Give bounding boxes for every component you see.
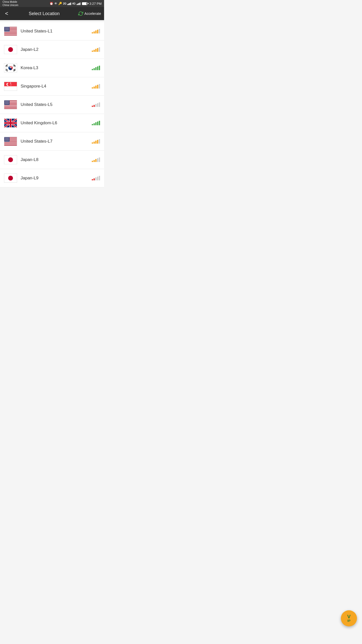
svg-rect-128 bbox=[4, 145, 17, 146]
svg-rect-80 bbox=[4, 108, 17, 108]
list-item[interactable]: Singapore-L4 bbox=[0, 77, 104, 96]
svg-point-34 bbox=[6, 30, 6, 31]
list-item[interactable]: Japan-L8 bbox=[0, 151, 104, 169]
svg-point-102 bbox=[6, 104, 6, 104]
flag-icon bbox=[4, 137, 17, 146]
refresh-icon bbox=[78, 11, 83, 16]
svg-point-139 bbox=[5, 139, 5, 139]
back-button[interactable]: < bbox=[3, 8, 10, 19]
svg-point-23 bbox=[8, 28, 9, 29]
svg-point-105 bbox=[9, 104, 9, 104]
svg-point-132 bbox=[7, 138, 7, 138]
svg-point-141 bbox=[7, 139, 7, 139]
flag-icon bbox=[4, 174, 17, 183]
carrier2-label: China Unicom bbox=[3, 4, 18, 7]
svg-point-101 bbox=[5, 104, 5, 104]
alarm-icon: ⏰ bbox=[50, 2, 53, 5]
carrier1-label: China Mobile bbox=[3, 0, 18, 4]
svg-point-37 bbox=[9, 30, 9, 31]
signal-bars bbox=[92, 102, 100, 107]
svg-point-97 bbox=[5, 103, 6, 103]
svg-rect-114 bbox=[4, 122, 17, 124]
svg-point-25 bbox=[6, 29, 6, 29]
list-item[interactable]: United States-L7 bbox=[0, 132, 104, 151]
svg-point-156 bbox=[8, 176, 13, 180]
header-navbar: < Select Location Accelerate bbox=[0, 7, 104, 20]
list-item[interactable]: United States-L5 bbox=[0, 96, 104, 114]
svg-point-144 bbox=[5, 140, 6, 140]
signal-bars bbox=[92, 66, 100, 70]
svg-point-22 bbox=[7, 28, 8, 29]
svg-point-94 bbox=[7, 102, 7, 103]
svg-rect-127 bbox=[4, 144, 17, 145]
signal-bars bbox=[92, 29, 100, 33]
eye-icon: 👁 bbox=[54, 2, 57, 5]
list-item[interactable]: Japan-L2 bbox=[0, 41, 104, 59]
svg-rect-123 bbox=[4, 142, 17, 142]
svg-point-31 bbox=[7, 29, 8, 30]
svg-point-104 bbox=[8, 104, 8, 104]
svg-point-39 bbox=[8, 47, 13, 52]
time-label: 3:27 PM bbox=[89, 2, 102, 6]
svg-point-24 bbox=[5, 29, 5, 29]
svg-point-30 bbox=[6, 29, 7, 30]
svg-rect-12 bbox=[4, 34, 17, 35]
accelerate-button[interactable]: Accelerate bbox=[78, 11, 101, 16]
svg-point-20 bbox=[5, 28, 6, 29]
svg-point-84 bbox=[6, 101, 6, 101]
svg-rect-8 bbox=[4, 31, 17, 32]
signal-bars bbox=[92, 47, 100, 52]
svg-point-150 bbox=[7, 140, 7, 141]
flag-icon bbox=[4, 155, 17, 164]
signal-2g bbox=[67, 2, 71, 5]
flag-icon bbox=[4, 100, 17, 109]
svg-point-33 bbox=[5, 30, 5, 31]
list-item[interactable]: United States-L1 bbox=[0, 22, 104, 41]
list-item[interactable]: Japan-L9 bbox=[0, 169, 104, 187]
key-icon: 🔑 bbox=[58, 2, 62, 5]
location-name: Japan-L8 bbox=[21, 157, 92, 162]
flag-icon bbox=[4, 45, 17, 54]
svg-point-100 bbox=[8, 103, 9, 103]
svg-point-35 bbox=[7, 30, 7, 31]
svg-point-142 bbox=[8, 139, 8, 139]
svg-point-86 bbox=[8, 101, 8, 101]
svg-rect-126 bbox=[4, 144, 17, 144]
svg-rect-76 bbox=[4, 105, 17, 106]
location-name: Korea-L3 bbox=[21, 65, 92, 70]
svg-point-154 bbox=[8, 157, 13, 162]
svg-point-131 bbox=[6, 138, 6, 138]
signal-bars bbox=[92, 157, 100, 162]
svg-rect-59 bbox=[4, 82, 17, 86]
location-name: Japan-L2 bbox=[21, 47, 92, 52]
svg-rect-13 bbox=[4, 35, 17, 36]
page-title: Select Location bbox=[29, 11, 60, 16]
svg-point-96 bbox=[9, 102, 9, 103]
svg-point-28 bbox=[9, 29, 9, 29]
svg-point-85 bbox=[7, 101, 7, 101]
flag-icon bbox=[4, 118, 17, 128]
svg-point-146 bbox=[7, 140, 8, 140]
svg-point-90 bbox=[7, 102, 8, 102]
list-item[interactable]: Korea-L3 bbox=[0, 59, 104, 77]
svg-point-91 bbox=[8, 102, 9, 102]
svg-point-145 bbox=[6, 140, 7, 140]
svg-point-83 bbox=[5, 101, 5, 101]
svg-point-89 bbox=[6, 102, 7, 102]
svg-point-138 bbox=[8, 138, 9, 139]
svg-point-21 bbox=[6, 28, 7, 29]
svg-rect-11 bbox=[4, 33, 17, 34]
svg-point-152 bbox=[9, 140, 9, 141]
svg-rect-124 bbox=[4, 142, 17, 143]
svg-point-15 bbox=[5, 27, 5, 28]
flag-icon bbox=[4, 82, 17, 91]
list-item[interactable]: United Kingdom-L6 bbox=[0, 114, 104, 132]
svg-point-27 bbox=[8, 29, 8, 29]
location-name: United Kingdom-L6 bbox=[21, 120, 92, 126]
svg-point-26 bbox=[7, 29, 7, 29]
svg-point-62 bbox=[8, 83, 10, 86]
flag-icon bbox=[4, 63, 17, 72]
svg-point-32 bbox=[8, 29, 9, 30]
svg-point-93 bbox=[6, 102, 6, 103]
svg-rect-125 bbox=[4, 143, 17, 144]
